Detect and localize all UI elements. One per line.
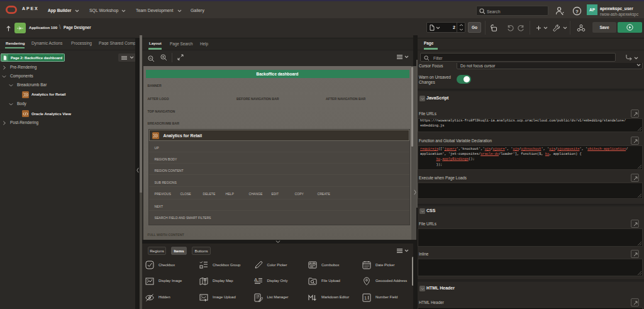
svg-text:1: 1 bbox=[364, 295, 367, 301]
svg-text:?: ? bbox=[575, 9, 579, 14]
svg-text:A: A bbox=[254, 277, 258, 283]
